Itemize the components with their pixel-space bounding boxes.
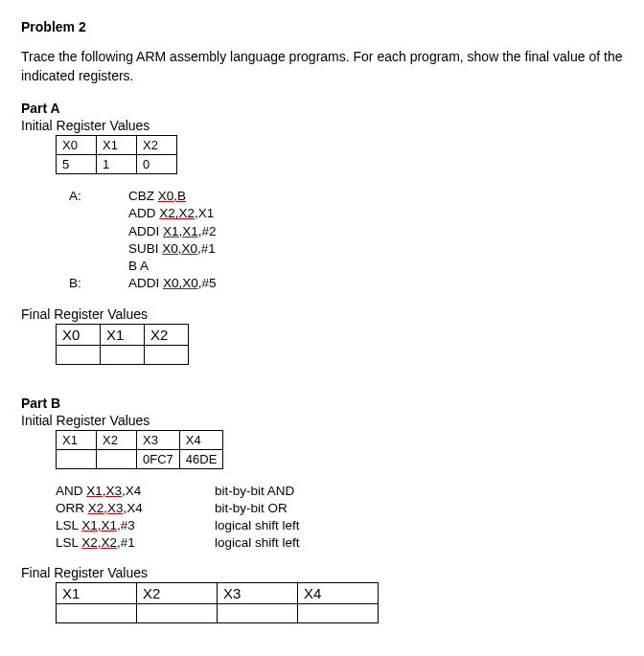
- problem-title: Problem 2: [21, 19, 623, 34]
- reg-value: 0FC7: [137, 449, 180, 468]
- reg-value: 0: [137, 155, 177, 174]
- code-instr: ORR X2,X3,X4: [56, 500, 215, 517]
- code-comment: logical shift left: [215, 517, 300, 534]
- instructions-text: Trace the following ARM assembly languag…: [21, 48, 623, 85]
- part-a-code: A:CBZ X0,BADD X2,X2,X1ADDI X1,X1,#2SUBI …: [69, 188, 623, 292]
- part-a-label: Part A: [21, 101, 623, 116]
- code-instr: ADDI X0,X0,#5: [128, 275, 217, 292]
- table-row: [57, 345, 189, 364]
- part-a-initial-table: X0 X1 X2 5 1 0: [56, 135, 177, 174]
- part-b-initial-caption: Initial Register Values: [21, 413, 623, 428]
- table-row: X0 X1 X2: [57, 136, 177, 155]
- reg-header: X1: [101, 324, 145, 345]
- reg-value-blank: [57, 345, 101, 364]
- reg-header: X1: [57, 583, 137, 604]
- reg-value: [57, 449, 97, 468]
- reg-value-blank: [298, 604, 379, 623]
- code-line: ORR X2,X3,X4bit-by-bit OR: [56, 500, 623, 517]
- code-line: LSL X2,X2,#1logical shift left: [56, 534, 623, 552]
- table-row: [57, 604, 379, 623]
- code-label: [69, 240, 128, 258]
- code-line: LSL X1,X1,#3logical shift left: [56, 517, 623, 534]
- code-label: A:: [69, 188, 128, 205]
- reg-value-blank: [145, 345, 189, 364]
- reg-header: X3: [218, 583, 298, 604]
- code-instr: LSL X1,X1,#3: [56, 517, 215, 534]
- code-instr: AND X1,X3,X4: [56, 483, 215, 500]
- table-row: X1 X2 X3 X4: [57, 430, 223, 449]
- code-instr: ADD X2,X2,X1: [128, 205, 214, 222]
- code-line: ADD X2,X2,X1: [69, 205, 623, 222]
- code-label: [69, 205, 128, 222]
- reg-header: X4: [179, 430, 223, 449]
- code-comment: logical shift left: [215, 534, 300, 552]
- code-instr: CBZ X0,B: [128, 188, 186, 205]
- code-line: SUBI X0,X0,#1: [69, 240, 623, 258]
- code-instr: LSL X2,X2,#1: [56, 534, 215, 552]
- table-row: X1 X2 X3 X4: [57, 583, 379, 604]
- code-line: AND X1,X3,X4bit-by-bit AND: [56, 483, 623, 500]
- reg-header: X1: [97, 136, 137, 155]
- part-a-initial-caption: Initial Register Values: [21, 118, 623, 133]
- code-line: ADDI X1,X1,#2: [69, 223, 623, 240]
- reg-header: X4: [298, 583, 379, 604]
- code-comment: bit-by-bit OR: [215, 500, 288, 517]
- part-b-final-table: X1 X2 X3 X4: [56, 582, 379, 623]
- reg-value-blank: [101, 345, 145, 364]
- part-a-final-caption: Final Register Values: [21, 306, 623, 322]
- reg-value: [97, 449, 137, 468]
- reg-header: X2: [137, 136, 177, 155]
- reg-header: X0: [57, 324, 101, 345]
- table-row: 0FC7 46DE: [57, 449, 223, 468]
- reg-header: X2: [137, 583, 218, 604]
- code-instr: SUBI X0,X0,#1: [128, 240, 216, 258]
- part-b-initial-table: X1 X2 X3 X4 0FC7 46DE: [56, 430, 223, 469]
- code-label: B:: [69, 275, 128, 292]
- reg-header: X0: [57, 136, 97, 155]
- reg-value-blank: [137, 604, 218, 623]
- reg-header: X3: [137, 430, 180, 449]
- reg-value: 46DE: [179, 449, 223, 468]
- reg-header: X2: [145, 324, 189, 345]
- code-instr: ADDI X1,X1,#2: [128, 223, 217, 240]
- part-b-code: AND X1,X3,X4bit-by-bit ANDORR X2,X3,X4bi…: [56, 483, 623, 553]
- reg-value-blank: [57, 604, 137, 623]
- reg-value: 5: [57, 155, 97, 174]
- table-row: 5 1 0: [57, 155, 177, 174]
- reg-value-blank: [218, 604, 298, 623]
- code-comment: bit-by-bit AND: [215, 483, 294, 500]
- code-label: [69, 258, 128, 275]
- part-b-final-caption: Final Register Values: [21, 565, 623, 580]
- code-label: [69, 223, 128, 240]
- code-line: A:CBZ X0,B: [69, 188, 623, 205]
- code-line: B A: [69, 258, 623, 275]
- part-a-final-table: X0 X1 X2: [56, 324, 189, 365]
- code-instr: B A: [128, 258, 149, 275]
- code-line: B:ADDI X0,X0,#5: [69, 275, 623, 292]
- reg-header: X1: [57, 430, 97, 449]
- table-row: X0 X1 X2: [57, 324, 189, 345]
- reg-value: 1: [97, 155, 137, 174]
- part-b-label: Part B: [21, 396, 623, 411]
- reg-header: X2: [97, 430, 137, 449]
